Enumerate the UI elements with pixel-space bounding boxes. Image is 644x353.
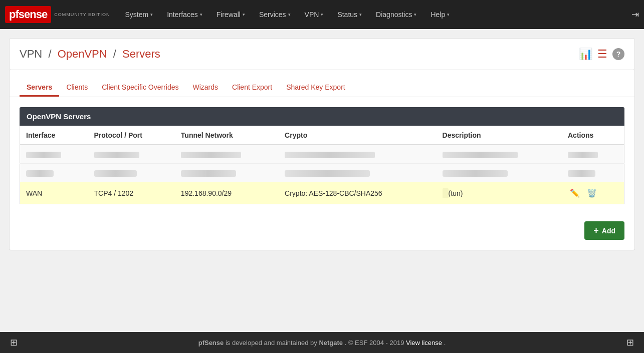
nav-item-system[interactable]: System ▾ <box>118 7 160 23</box>
nav-link-services[interactable]: Services ▾ <box>252 7 298 23</box>
col-actions: Actions <box>562 126 624 145</box>
blurred-desc-1 <box>437 145 562 164</box>
nav-link-help[interactable]: Help ▾ <box>423 7 457 23</box>
tab-wizards[interactable]: Wizards <box>185 79 225 97</box>
nav-caret-services: ▾ <box>288 12 291 17</box>
blurred-tunnel-1 <box>175 145 279 164</box>
content-area: Servers Clients Client Specific Override… <box>9 70 635 250</box>
nav-link-system[interactable]: System ▾ <box>118 7 160 23</box>
nav-link-interfaces[interactable]: Interfaces ▾ <box>160 7 209 23</box>
table-title: OpenVPN Servers <box>27 112 91 121</box>
nav-item-status[interactable]: Status ▾ <box>330 7 369 23</box>
blurred-actions-2 <box>562 164 624 182</box>
nav-item-services[interactable]: Services ▾ <box>252 7 298 23</box>
table-body: WAN TCP4 / 1202 192.168.90.0/29 Crypto: … <box>20 145 624 204</box>
brand-sub: COMMUNITY EDITION <box>54 12 110 17</box>
nav-caret-help: ▾ <box>447 12 450 17</box>
pfsense-logo: pfsense <box>5 6 51 23</box>
add-button[interactable]: + Add <box>584 221 624 240</box>
breadcrumb-sep1: / <box>48 48 51 60</box>
nav-item-interfaces[interactable]: Interfaces ▾ <box>160 7 209 23</box>
col-tunnel-network: Tunnel Network <box>175 126 279 145</box>
add-label: Add <box>602 227 615 235</box>
breadcrumb-sep2: / <box>113 48 116 60</box>
nav-link-status[interactable]: Status ▾ <box>330 7 369 23</box>
tab-clients[interactable]: Clients <box>59 79 95 97</box>
table-row-highlighted: WAN TCP4 / 1202 192.168.90.0/29 Crypto: … <box>20 182 624 204</box>
delete-button[interactable]: 🗑️ <box>585 187 599 199</box>
blurred-proto-1 <box>88 145 175 164</box>
nav-caret-diagnostics: ▾ <box>414 12 416 17</box>
breadcrumb-servers: Servers <box>122 48 160 60</box>
tab-bar: Servers Clients Client Specific Override… <box>10 70 634 97</box>
table-head: Interface Protocol / Port Tunnel Network… <box>20 126 624 145</box>
blurred-proto-2 <box>88 164 175 182</box>
nav-label-diagnostics: Diagnostics <box>376 11 412 19</box>
col-protocol-port: Protocol / Port <box>88 126 175 145</box>
blurred-actions-1 <box>562 145 624 164</box>
nav-label-help: Help <box>431 11 445 19</box>
table-header-row: Interface Protocol / Port Tunnel Network… <box>20 126 624 145</box>
blurred-crypto-1 <box>279 145 437 164</box>
blurred-interface-2 <box>20 164 88 182</box>
nav-item-vpn[interactable]: VPN ▾ <box>298 7 331 23</box>
tab-client-export[interactable]: Client Export <box>225 79 279 97</box>
nav-link-firewall[interactable]: Firewall ▾ <box>209 7 252 23</box>
list-icon[interactable]: ☰ <box>597 48 607 61</box>
nav-item-firewall[interactable]: Firewall ▾ <box>209 7 252 23</box>
add-row: + Add <box>10 214 634 240</box>
nav-caret-vpn: ▾ <box>321 12 323 17</box>
row-desc-blurred <box>443 188 449 198</box>
edit-button[interactable]: ✏️ <box>568 187 582 199</box>
col-crypto: Crypto <box>279 126 437 145</box>
breadcrumb-root: VPN <box>20 48 42 60</box>
row-desc-tun: (tun) <box>449 189 463 197</box>
breadcrumb-icon-group: 📊 ☰ ? <box>579 48 624 61</box>
nav-caret-status: ▾ <box>359 12 362 17</box>
col-interface: Interface <box>20 126 88 145</box>
table-header-bar: OpenVPN Servers <box>20 107 624 126</box>
table-section: OpenVPN Servers Interface Protocol / Por… <box>10 97 634 214</box>
row-crypto: Crypto: AES-128-CBC/SHA256 <box>279 182 437 204</box>
help-icon[interactable]: ? <box>612 48 624 60</box>
nav-label-interfaces: Interfaces <box>167 11 197 19</box>
nav-caret-system: ▾ <box>150 12 153 17</box>
nav-item-diagnostics[interactable]: Diagnostics ▾ <box>369 7 423 23</box>
blurred-desc-2 <box>437 164 562 182</box>
add-plus-icon: + <box>593 225 599 236</box>
breadcrumb-openvpn[interactable]: OpenVPN <box>58 48 107 60</box>
openvpn-servers-table: Interface Protocol / Port Tunnel Network… <box>20 126 624 204</box>
breadcrumb-bar: VPN / OpenVPN / Servers 📊 ☰ ? <box>9 38 635 70</box>
action-group: ✏️ 🗑️ <box>568 187 618 199</box>
nav-link-diagnostics[interactable]: Diagnostics ▾ <box>369 7 423 23</box>
tab-client-specific-overrides[interactable]: Client Specific Overrides <box>95 79 185 97</box>
nav-label-vpn: VPN <box>305 11 319 19</box>
nav-caret-interfaces: ▾ <box>200 12 202 17</box>
nav-caret-firewall: ▾ <box>243 12 245 17</box>
navbar: pfsense COMMUNITY EDITION System ▾ Inter… <box>0 0 644 29</box>
row-protocol-port: TCP4 / 1202 <box>88 182 175 204</box>
nav-label-system: System <box>125 11 149 19</box>
nav-label-status: Status <box>337 11 357 19</box>
nav-menu: System ▾ Interfaces ▾ Firewall ▾ Service… <box>118 7 632 23</box>
breadcrumb: VPN / OpenVPN / Servers <box>20 48 160 61</box>
brand-text-block: COMMUNITY EDITION <box>54 12 110 17</box>
nav-logout-icon[interactable]: ⇥ <box>631 9 639 20</box>
row-description: (tun) <box>437 182 562 204</box>
table-row <box>20 164 624 182</box>
nav-label-services: Services <box>259 11 286 19</box>
nav-item-help[interactable]: Help ▾ <box>423 7 457 23</box>
blurred-tunnel-2 <box>175 164 279 182</box>
tab-shared-key-export[interactable]: Shared Key Export <box>279 79 352 97</box>
tab-servers[interactable]: Servers <box>20 79 59 97</box>
row-actions: ✏️ 🗑️ <box>562 182 624 204</box>
blurred-crypto-2 <box>279 164 437 182</box>
logo-pf: pf <box>9 8 19 21</box>
row-tunnel-network: 192.168.90.0/29 <box>175 182 279 204</box>
row-interface: WAN <box>20 182 88 204</box>
nav-link-vpn[interactable]: VPN ▾ <box>298 7 331 23</box>
chart-icon[interactable]: 📊 <box>579 48 592 61</box>
blurred-interface-1 <box>20 145 88 164</box>
col-description: Description <box>437 126 562 145</box>
nav-label-firewall: Firewall <box>217 11 241 19</box>
